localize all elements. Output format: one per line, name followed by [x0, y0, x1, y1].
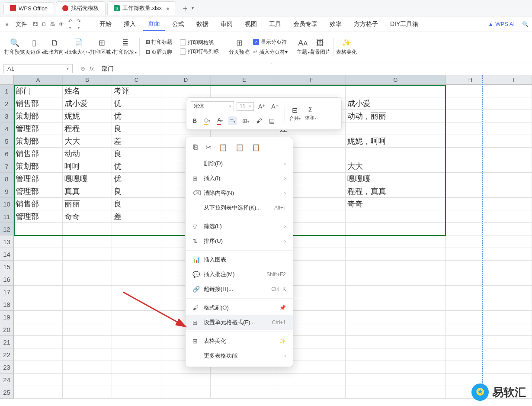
- decrease-font-icon[interactable]: A⁻: [269, 102, 280, 111]
- cell-G14[interactable]: [346, 248, 446, 261]
- cell-D1[interactable]: [161, 85, 211, 97]
- ribbon-table-beautify[interactable]: ✨表格美化: [336, 38, 357, 56]
- cell-B18[interactable]: [63, 298, 112, 311]
- cell-H5[interactable]: [446, 135, 495, 148]
- menu-tab-vip[interactable]: 会员专享: [288, 18, 323, 31]
- cm-table-beautify[interactable]: ⊞表格美化✨: [186, 334, 293, 348]
- cell-C25[interactable]: [112, 386, 161, 399]
- menu-tab-insert[interactable]: 插入: [119, 18, 141, 31]
- ribbon-print-area[interactable]: ⊞打印区域▾: [90, 38, 113, 56]
- cell-A8[interactable]: 管理部: [14, 173, 63, 185]
- cell-I17[interactable]: [495, 286, 532, 298]
- cell-G25[interactable]: [346, 386, 446, 399]
- row-header-3[interactable]: 3: [0, 110, 14, 122]
- cell-A25[interactable]: [14, 386, 63, 399]
- row-header-25[interactable]: 25: [0, 386, 14, 399]
- menu-tab-formula[interactable]: 公式: [167, 18, 189, 31]
- tab-wps-office[interactable]: WPS Office: [3, 2, 54, 14]
- cell-I19[interactable]: [495, 311, 532, 323]
- format-painter-button[interactable]: 🖌: [254, 116, 264, 125]
- cm-format-cells[interactable]: ⊞设置单元格格式(F)...Ctrl+1: [186, 315, 293, 330]
- ribbon-header-footer[interactable]: ⊟ 页眉页脚: [146, 48, 172, 56]
- cm-delete[interactable]: 删除(D)›: [186, 156, 293, 171]
- ribbon-print-preview[interactable]: 🔍打印预览: [4, 38, 25, 56]
- cell-H21[interactable]: [446, 336, 495, 348]
- cell-C14[interactable]: [112, 248, 161, 261]
- ribbon-margins[interactable]: ▯页边距▾: [25, 38, 43, 56]
- cell-E24[interactable]: [211, 374, 278, 386]
- copy-icon[interactable]: ⎘: [193, 143, 198, 151]
- cell-A17[interactable]: [14, 286, 63, 298]
- row-header-24[interactable]: 24: [0, 374, 14, 386]
- redo-icon[interactable]: ↷ ▾: [75, 18, 82, 30]
- cell-H4[interactable]: [446, 122, 495, 135]
- row-header-18[interactable]: 18: [0, 298, 14, 311]
- cell-E25[interactable]: [211, 386, 278, 399]
- file-menu[interactable]: 文件: [12, 19, 30, 30]
- cm-sort[interactable]: ⇅排序(U)›: [186, 234, 293, 248]
- cell-H17[interactable]: [446, 286, 495, 298]
- cell-I14[interactable]: [495, 248, 532, 261]
- row-header-20[interactable]: 20: [0, 323, 14, 336]
- col-header-A[interactable]: A: [14, 75, 63, 84]
- cm-hyperlink[interactable]: 🔗超链接(H)...Ctrl+K: [186, 282, 293, 296]
- save-icon[interactable]: 🖫: [32, 21, 39, 27]
- cell-C23[interactable]: [112, 361, 161, 374]
- cell-A21[interactable]: [14, 336, 63, 348]
- cell-B7[interactable]: 呵呵: [63, 160, 112, 173]
- ribbon-collapse-handle[interactable]: ⌄: [266, 61, 276, 64]
- row-header-5[interactable]: 5: [0, 135, 14, 148]
- ribbon-background[interactable]: 🖼背景图片: [310, 38, 330, 56]
- cell-C9[interactable]: 良: [112, 185, 161, 198]
- cell-F1[interactable]: [278, 85, 346, 97]
- cell-I12[interactable]: [495, 223, 532, 235]
- ribbon-insert-page-break[interactable]: ↵ 插入分页符▾: [253, 48, 287, 56]
- cell-A16[interactable]: [14, 273, 63, 286]
- cell-A24[interactable]: [14, 374, 63, 386]
- row-header-2[interactable]: 2: [0, 97, 14, 110]
- cell-B16[interactable]: [63, 273, 112, 286]
- cell-C3[interactable]: 优: [112, 110, 161, 122]
- cell-B3[interactable]: 妮妮: [63, 110, 112, 122]
- cell-C8[interactable]: 优: [112, 173, 161, 185]
- paste-values-icon[interactable]: 📋: [235, 143, 244, 151]
- cell-G15[interactable]: [346, 261, 446, 273]
- cm-insert[interactable]: ⊞插入(I)›: [186, 171, 293, 186]
- cell-I2[interactable]: [495, 97, 532, 110]
- cell-I4[interactable]: [495, 122, 532, 135]
- mini-sum-button[interactable]: Σ求和▾: [305, 106, 316, 121]
- paste-icon[interactable]: 📋: [219, 143, 228, 151]
- cm-format-painter[interactable]: 🖌格式刷(O)📌: [186, 300, 293, 315]
- search-icon[interactable]: 🔍: [522, 21, 529, 27]
- cm-insert-comment[interactable]: 💬插入批注(M)Shift+F2: [186, 267, 293, 282]
- check-print-gridlines[interactable]: 打印网格线: [180, 39, 219, 46]
- cell-B11[interactable]: 奇奇: [63, 210, 112, 223]
- cell-C2[interactable]: 优: [112, 97, 161, 110]
- row-header-17[interactable]: 17: [0, 286, 14, 298]
- cell-I18[interactable]: [495, 298, 532, 311]
- tab-list-chevron-icon[interactable]: ▾: [192, 6, 194, 10]
- cell-C12[interactable]: [112, 223, 161, 235]
- paste-special-icon[interactable]: 📋: [252, 143, 260, 151]
- cell-C4[interactable]: 良: [112, 122, 161, 135]
- cell-A4[interactable]: 管理部: [14, 122, 63, 135]
- cell-A2[interactable]: 销售部: [14, 97, 63, 110]
- check-show-page-breaks[interactable]: ✓显示分页符: [253, 39, 287, 46]
- ribbon-page-break-preview[interactable]: ⊞分页预览: [229, 38, 250, 56]
- ribbon-print-title[interactable]: ⊞ 打印标题: [146, 39, 172, 46]
- font-color-button[interactable]: A▾: [215, 116, 224, 126]
- cell-B22[interactable]: [63, 348, 112, 361]
- cell-G1[interactable]: [346, 85, 446, 97]
- cell-G3[interactable]: 动动，丽丽: [346, 110, 446, 122]
- menu-tab-efficiency[interactable]: 效率: [324, 18, 347, 31]
- border-button[interactable]: ⊞▾: [240, 116, 251, 125]
- cell-C13[interactable]: [112, 235, 161, 248]
- cell-I15[interactable]: [495, 261, 532, 273]
- row-header-14[interactable]: 14: [0, 248, 14, 261]
- cell-E1[interactable]: [211, 85, 278, 97]
- cell-C24[interactable]: [112, 374, 161, 386]
- cell-A12[interactable]: [14, 223, 63, 235]
- cell-C22[interactable]: [112, 348, 161, 361]
- cell-B17[interactable]: [63, 286, 112, 298]
- cell-H11[interactable]: [446, 210, 495, 223]
